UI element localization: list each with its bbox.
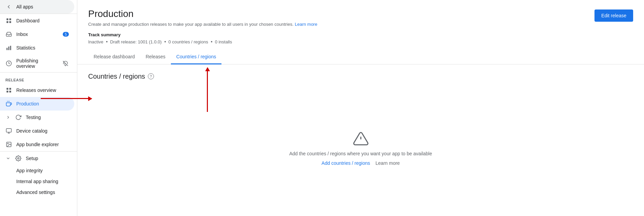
help-icon[interactable]: ?	[148, 73, 154, 79]
svg-rect-6	[10, 46, 11, 50]
svg-rect-1	[9, 18, 11, 20]
dashboard-icon	[5, 17, 12, 24]
sidebar-item-releases-overview[interactable]: Releases overview	[0, 83, 74, 97]
device-catalog-label: Device catalog	[16, 128, 47, 134]
track-summary: Track summary Inactive Draft release: 10…	[77, 27, 644, 50]
section-title: Countries / regions ?	[88, 73, 633, 80]
svg-rect-5	[8, 46, 9, 50]
svg-rect-2	[6, 21, 8, 23]
testing-icon	[15, 114, 22, 121]
inbox-label: Inbox	[16, 32, 28, 37]
testing-chevron-icon	[5, 115, 11, 120]
main-content: Production Create and manage production …	[77, 0, 644, 216]
releases-overview-label: Releases overview	[16, 87, 56, 93]
page-subtitle: Create and manage production releases to…	[88, 22, 317, 27]
empty-state-text: Add the countries / regions where you wa…	[289, 151, 432, 156]
content-area: Countries / regions ? Add the countries …	[77, 64, 644, 216]
app-bundle-icon	[5, 141, 12, 148]
svg-rect-0	[6, 18, 8, 20]
track-countries: 0 countries / regions	[169, 39, 208, 44]
sidebar-item-production[interactable]: Production	[0, 97, 74, 111]
production-label: Production	[16, 101, 39, 106]
arrow-left-icon	[5, 3, 12, 10]
sidebar-item-testing[interactable]: Testing	[0, 111, 74, 124]
testing-label: Testing	[26, 115, 41, 120]
track-status: Inactive	[88, 39, 103, 44]
svg-line-8	[63, 61, 68, 66]
track-dot-1	[106, 41, 108, 42]
sidebar-item-app-bundle-explorer[interactable]: App bundle explorer	[0, 138, 74, 151]
sidebar-item-dashboard[interactable]: Dashboard	[0, 14, 74, 27]
setup-icon	[15, 155, 22, 162]
track-installs: 0 installs	[215, 39, 232, 44]
tab-releases[interactable]: Releases	[140, 50, 171, 64]
empty-state-actions: Add countries / regions Learn more	[321, 160, 400, 166]
dashboard-label: Dashboard	[16, 18, 40, 23]
main-header-left: Production Create and manage production …	[88, 8, 317, 27]
empty-state: Add the countries / regions where you wa…	[88, 89, 633, 208]
track-dot-3	[211, 41, 212, 42]
inbox-badge: 5	[63, 32, 69, 37]
track-draft-release: Draft release: 1001 (1.0.0)	[110, 39, 162, 44]
empty-state-icon	[353, 131, 369, 147]
svg-point-20	[7, 143, 8, 144]
svg-rect-16	[6, 129, 12, 132]
sidebar-sub-item-app-integrity[interactable]: App integrity	[0, 165, 74, 176]
subtitle-text: Create and manage production releases to…	[88, 22, 294, 27]
tabs-bar: Release dashboard Releases Countries / r…	[77, 50, 644, 64]
publishing-overview-label: Publishing overview	[16, 58, 58, 69]
publishing-overview-icon	[5, 60, 12, 67]
sidebar: All apps Dashboard I	[0, 0, 77, 216]
section-title-text: Countries / regions	[88, 73, 145, 80]
advanced-settings-label: Advanced settings	[16, 190, 55, 195]
svg-rect-12	[9, 91, 11, 93]
sidebar-item-inbox[interactable]: Inbox 5	[0, 27, 74, 41]
svg-rect-9	[6, 88, 8, 90]
svg-rect-11	[6, 91, 8, 93]
tab-countries-regions[interactable]: Countries / regions	[171, 50, 222, 64]
statistics-icon	[5, 44, 12, 51]
publishing-overview-notify-icon	[62, 60, 69, 67]
sidebar-item-setup[interactable]: Setup	[0, 152, 74, 165]
svg-point-21	[18, 158, 19, 159]
app-bundle-explorer-label: App bundle explorer	[16, 142, 59, 147]
sidebar-item-device-catalog[interactable]: Device catalog	[0, 124, 74, 138]
setup-chevron-icon	[5, 156, 11, 161]
inbox-icon	[5, 31, 12, 38]
edit-release-button[interactable]: Edit release	[594, 9, 633, 22]
all-apps-label: All apps	[16, 4, 33, 9]
main-header: Production Create and manage production …	[77, 0, 644, 27]
svg-rect-3	[9, 21, 11, 23]
sidebar-item-all-apps[interactable]: All apps	[0, 0, 74, 14]
setup-label: Setup	[26, 156, 38, 161]
empty-state-learn-more[interactable]: Learn more	[375, 160, 400, 166]
device-catalog-icon	[5, 127, 12, 134]
production-icon	[5, 100, 12, 107]
tab-release-dashboard[interactable]: Release dashboard	[88, 50, 140, 64]
track-summary-info: Inactive Draft release: 1001 (1.0.0) 0 c…	[88, 39, 633, 44]
sidebar-sub-item-internal-app-sharing[interactable]: Internal app sharing	[0, 176, 74, 187]
track-summary-title: Track summary	[88, 32, 633, 37]
releases-overview-icon	[5, 87, 12, 94]
sidebar-sub-item-advanced-settings[interactable]: Advanced settings	[0, 187, 74, 198]
svg-rect-4	[6, 48, 7, 50]
sidebar-item-publishing-overview[interactable]: Publishing overview	[0, 55, 74, 72]
app-integrity-label: App integrity	[16, 168, 43, 173]
svg-rect-10	[9, 88, 11, 90]
internal-app-sharing-label: Internal app sharing	[16, 179, 58, 184]
sidebar-item-statistics[interactable]: Statistics	[0, 41, 74, 55]
track-dot-2	[164, 41, 166, 42]
add-countries-link[interactable]: Add countries / regions	[321, 160, 370, 166]
release-section-label: Release	[0, 73, 77, 83]
statistics-label: Statistics	[16, 45, 35, 51]
learn-more-link-header[interactable]: Learn more	[295, 22, 317, 27]
page-title: Production	[88, 8, 317, 20]
